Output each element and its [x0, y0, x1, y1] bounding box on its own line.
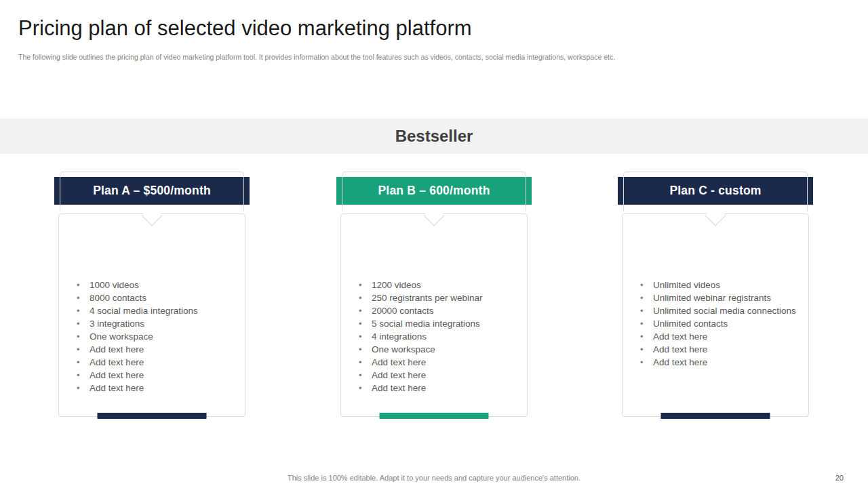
plan-c-body: Unlimited videos Unlimited webinar regis… [622, 214, 809, 417]
feature-item: Unlimited social media connections [640, 306, 796, 316]
feature-item: Unlimited videos [640, 281, 796, 290]
bestseller-banner: Bestseller [0, 119, 868, 154]
bestseller-label: Bestseller [395, 127, 473, 146]
plan-a-body: 1000 videos 8000 contacts 4 social media… [58, 214, 245, 417]
plan-a-title: Plan A – $500/month [93, 184, 211, 198]
feature-item: 250 registrants per webinar [359, 293, 515, 303]
feature-item: Add text here [640, 332, 796, 342]
feature-item: Add text here [359, 371, 515, 380]
feature-item: Unlimited contacts [640, 319, 796, 329]
page-number: 20 [835, 474, 844, 482]
feature-item: 8000 contacts [77, 293, 233, 303]
feature-item: Add text here [77, 371, 233, 380]
feature-item: 3 integrations [77, 319, 233, 329]
plan-a-accent-bar [98, 413, 207, 419]
slide-subtitle: The following slide outlines the pricing… [18, 53, 696, 61]
feature-item: Add text here [640, 358, 796, 367]
feature-item: One workspace [359, 345, 515, 354]
feature-item: Add text here [77, 345, 233, 354]
plan-b-accent-bar [380, 413, 489, 419]
feature-item: Add text here [77, 358, 233, 367]
footer-note: This slide is 100% editable. Adapt it to… [0, 474, 868, 482]
plan-c-accent-bar [661, 413, 770, 419]
plan-b-feature-list: 1200 videos 250 registrants per webinar … [359, 281, 515, 396]
plan-card-c: Plan C - custom Unlimited videos Unlimit… [618, 171, 813, 417]
plan-a-header: Plan A – $500/month [54, 177, 250, 205]
feature-item: 4 integrations [359, 332, 515, 342]
slide-canvas: { "slide": { "title": "Pricing plan of s… [0, 0, 868, 488]
feature-item: 4 social media integrations [77, 306, 233, 316]
plan-c-title: Plan C - custom [669, 184, 761, 198]
plan-card-a: Plan A – $500/month 1000 videos 8000 con… [54, 171, 250, 417]
plan-c-feature-list: Unlimited videos Unlimited webinar regis… [640, 281, 796, 371]
feature-item: One workspace [77, 332, 233, 342]
feature-item: Add text here [359, 384, 515, 393]
feature-item: 5 social media integrations [359, 319, 515, 329]
feature-item: 20000 contacts [359, 306, 515, 316]
plan-a-feature-list: 1000 videos 8000 contacts 4 social media… [77, 281, 233, 396]
plan-b-header: Plan B – 600/month [336, 177, 532, 205]
feature-item: Add text here [77, 384, 233, 393]
plan-b-body: 1200 videos 250 registrants per webinar … [340, 214, 528, 417]
feature-item: Add text here [640, 345, 796, 354]
feature-item: 1000 videos [77, 281, 233, 290]
plan-c-header: Plan C - custom [618, 177, 813, 205]
feature-item: 1200 videos [359, 281, 515, 290]
feature-item: Unlimited webinar registrants [640, 293, 796, 303]
plan-b-title: Plan B – 600/month [378, 184, 490, 198]
slide-title: Pricing plan of selected video marketing… [18, 16, 764, 41]
feature-item: Add text here [359, 358, 515, 367]
plan-card-b: Plan B – 600/month 1200 videos 250 regis… [336, 171, 532, 417]
